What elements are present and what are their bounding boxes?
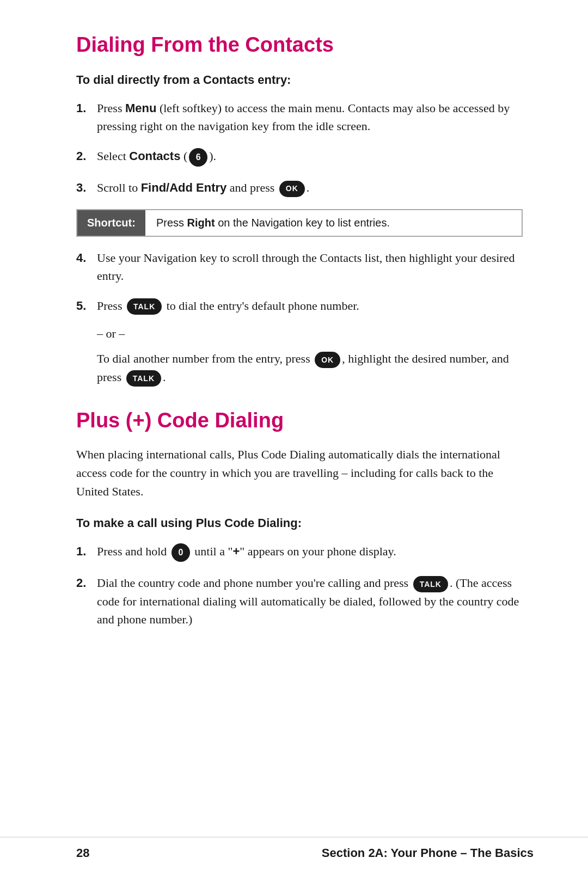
subsection1-label: To dial directly from a Contacts entry: bbox=[76, 73, 523, 87]
steps-list-3: 1. Press and hold 0 until a "+" appears … bbox=[76, 542, 523, 628]
step-2-contacts-bold: Contacts bbox=[129, 149, 180, 163]
key-talk-badge-1: TALK bbox=[127, 298, 162, 315]
plus-step-2-number: 2. bbox=[76, 574, 97, 592]
key-ok-badge-1: OK bbox=[279, 181, 305, 197]
step-5: 5. Press TALK to dial the entry's defaul… bbox=[76, 297, 523, 315]
steps-list-1: 1. Press Menu (left softkey) to access t… bbox=[76, 99, 523, 197]
section2-body: When placing international calls, Plus C… bbox=[76, 445, 523, 501]
footer-section-text: Section 2A: Your Phone – The Basics bbox=[322, 846, 534, 860]
key-ok-badge-2: OK bbox=[315, 352, 340, 368]
plus-step-2-content: Dial the country code and phone number y… bbox=[97, 574, 523, 628]
key-6-badge: 6 bbox=[189, 148, 207, 167]
footer-bar: 28 Section 2A: Your Phone – The Basics bbox=[0, 837, 588, 860]
page-content: Dialing From the Contacts To dial direct… bbox=[76, 33, 523, 628]
plus-step-1-number: 1. bbox=[76, 542, 97, 560]
plus-step-1-content: Press and hold 0 until a "+" appears on … bbox=[97, 542, 396, 562]
shortcut-text: Press Right on the Navigation key to lis… bbox=[145, 210, 401, 236]
step-1: 1. Press Menu (left softkey) to access t… bbox=[76, 99, 523, 135]
step-4-number: 4. bbox=[76, 249, 97, 267]
section2-title: Plus (+) Code Dialing bbox=[76, 408, 523, 433]
plus-step-1: 1. Press and hold 0 until a "+" appears … bbox=[76, 542, 523, 562]
step-3-findadd-bold: Find/Add Entry bbox=[141, 181, 227, 194]
section1-title: Dialing From the Contacts bbox=[76, 33, 523, 58]
footer-page-number: 28 bbox=[76, 846, 89, 860]
step-1-number: 1. bbox=[76, 99, 97, 117]
key-0-badge: 0 bbox=[171, 543, 190, 562]
key-talk-badge-2: TALK bbox=[126, 370, 161, 387]
sub-para-dial: To dial another number from the entry, p… bbox=[97, 350, 523, 387]
step-3: 3. Scroll to Find/Add Entry and press OK… bbox=[76, 179, 523, 197]
step-5-content: Press TALK to dial the entry's default p… bbox=[97, 297, 359, 315]
step-1-menu-bold: Menu bbox=[125, 101, 156, 115]
step-2-content: Select Contacts (6). bbox=[97, 147, 216, 167]
subsection2-label: To make a call using Plus Code Dialing: bbox=[76, 516, 523, 530]
step-5-number: 5. bbox=[76, 297, 97, 315]
key-talk-badge-3: TALK bbox=[413, 576, 448, 592]
steps-list-2: 4. Use your Navigation key to scroll thr… bbox=[76, 249, 523, 315]
plus-step-2: 2. Dial the country code and phone numbe… bbox=[76, 574, 523, 628]
step-2: 2. Select Contacts (6). bbox=[76, 147, 523, 167]
step-4: 4. Use your Navigation key to scroll thr… bbox=[76, 249, 523, 285]
shortcut-box: Shortcut: Press Right on the Navigation … bbox=[76, 209, 523, 237]
plus-sign-bold: + bbox=[232, 544, 240, 558]
shortcut-label: Shortcut: bbox=[77, 210, 145, 236]
step-3-number: 3. bbox=[76, 179, 97, 197]
step-1-content: Press Menu (left softkey) to access the … bbox=[97, 99, 523, 135]
shortcut-right-bold: Right bbox=[187, 217, 215, 229]
or-divider: – or – bbox=[97, 327, 523, 341]
step-3-content: Scroll to Find/Add Entry and press OK. bbox=[97, 179, 309, 197]
step-4-content: Use your Navigation key to scroll throug… bbox=[97, 249, 523, 285]
step-2-number: 2. bbox=[76, 147, 97, 165]
